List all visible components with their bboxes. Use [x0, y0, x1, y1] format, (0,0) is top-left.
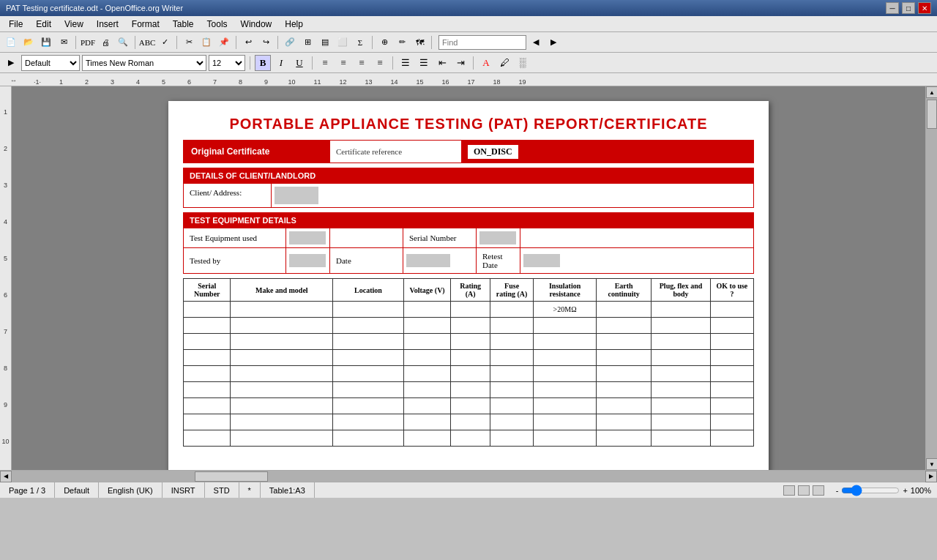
maximize-button[interactable]: □ — [902, 2, 915, 14]
th-insulation: Insulation resistance — [534, 279, 597, 302]
client-value-cell[interactable] — [272, 184, 754, 208]
find-next-button[interactable]: ▶ — [545, 34, 561, 51]
list-button[interactable]: ☰ — [397, 55, 414, 71]
view-book-icon[interactable] — [813, 485, 824, 496]
find-prev-button[interactable]: ◀ — [528, 34, 544, 51]
zoom-in-icon[interactable]: + — [903, 486, 907, 495]
table-row — [184, 350, 754, 366]
redo-button[interactable]: ↪ — [258, 34, 274, 51]
cell-rating[interactable] — [451, 302, 490, 318]
cell-plug[interactable] — [652, 302, 711, 318]
view-double-icon[interactable] — [798, 485, 810, 496]
char-bg-button[interactable]: ░ — [515, 55, 531, 71]
cell-location[interactable] — [333, 302, 404, 318]
copy-button[interactable]: 📋 — [198, 34, 214, 51]
date-input[interactable] — [403, 248, 477, 274]
cut-button[interactable]: ✂ — [181, 34, 197, 51]
serial-num-input[interactable] — [477, 228, 520, 248]
ruler: ↔ ·1· 1 2 3 4 5 6 7 8 9 10 11 12 13 14 1… — [0, 73, 937, 86]
menu-tools[interactable]: Tools — [201, 16, 234, 31]
menu-view[interactable]: View — [59, 16, 89, 31]
right-scrollbar[interactable]: ▲ ▼ — [925, 86, 937, 470]
email-button[interactable]: ✉ — [56, 34, 72, 51]
undo-button[interactable]: ↩ — [240, 34, 256, 51]
hyperlink-button[interactable]: 🔗 — [282, 34, 298, 51]
cell-make[interactable] — [231, 302, 333, 318]
draw-button[interactable]: ✏ — [394, 34, 410, 51]
cell-voltage[interactable] — [403, 302, 450, 318]
menu-table[interactable]: Table — [167, 16, 200, 31]
status-right: - + 100% — [777, 485, 937, 496]
indent-button[interactable]: ⇥ — [452, 55, 468, 71]
formula-button[interactable]: Σ — [352, 34, 368, 51]
close-button[interactable]: ✕ — [918, 2, 931, 14]
view-single-icon[interactable] — [783, 485, 795, 496]
tested-by-input[interactable] — [286, 248, 330, 274]
open-button[interactable]: 📂 — [20, 34, 37, 51]
cell-insulation[interactable]: >20MΩ — [534, 302, 597, 318]
table-button[interactable]: ⊞ — [299, 34, 316, 51]
client-input-box[interactable] — [275, 187, 318, 204]
h-scroll-right-button[interactable]: ▶ — [925, 471, 937, 482]
h-scroll-thumb[interactable] — [195, 471, 268, 482]
cell-fuse[interactable] — [490, 302, 534, 318]
fmt-sep2 — [312, 56, 313, 70]
navigator-button[interactable]: 🗺 — [411, 34, 428, 51]
test-equip-box[interactable] — [289, 231, 326, 244]
cell-ok[interactable] — [710, 302, 753, 318]
italic-button[interactable]: I — [273, 55, 289, 71]
menu-file[interactable]: File — [3, 16, 29, 31]
date-box[interactable] — [406, 254, 450, 267]
menu-edit[interactable]: Edit — [30, 16, 57, 31]
on-disc-value[interactable]: ON_DISC — [468, 145, 518, 159]
menu-help[interactable]: Help — [279, 16, 309, 31]
tested-by-box[interactable] — [289, 254, 326, 267]
cell-earth[interactable] — [597, 302, 652, 318]
minimize-button[interactable]: ─ — [886, 2, 899, 14]
pdf-button[interactable]: PDF — [80, 34, 96, 51]
main-area: 1 2 3 4 5 6 7 8 9 10 PORTABLE APPLIANCE … — [0, 86, 937, 470]
size-select[interactable]: 12 — [209, 55, 245, 71]
spellcheck-button[interactable]: ABC — [139, 34, 155, 51]
align-justify-button[interactable]: ≡ — [372, 55, 388, 71]
zoom-out-icon[interactable]: - — [836, 486, 839, 495]
new-button[interactable]: 📄 — [3, 34, 19, 51]
paste-button[interactable]: 📌 — [216, 34, 232, 51]
zoom-in-button[interactable]: ⊕ — [376, 34, 392, 51]
outdent-button[interactable]: ⇤ — [434, 55, 450, 71]
align-right-button[interactable]: ≡ — [354, 55, 370, 71]
font-color-button[interactable]: A — [478, 55, 494, 71]
h-scroll-left-button[interactable]: ◀ — [0, 471, 12, 482]
highlight-button[interactable]: 🖊 — [496, 55, 512, 71]
scroll-down-button[interactable]: ▼ — [926, 458, 937, 470]
page-count: Page 1 / 3 — [0, 482, 55, 498]
align-center-button[interactable]: ≡ — [335, 55, 351, 71]
autocorrect-button[interactable]: ✓ — [157, 34, 173, 51]
font-select[interactable]: Times New Roman — [82, 55, 206, 71]
table-row — [184, 366, 754, 382]
style-select[interactable]: Default — [21, 55, 80, 71]
align-left-button[interactable]: ≡ — [317, 55, 333, 71]
scroll-thumb[interactable] — [927, 100, 937, 129]
find-input[interactable] — [438, 35, 526, 50]
menu-format[interactable]: Format — [126, 16, 165, 31]
serial-num-box[interactable] — [479, 231, 516, 244]
field-button[interactable]: ⬜ — [335, 34, 351, 51]
num-list-button[interactable]: ☰ — [416, 55, 432, 71]
cell-serial[interactable] — [184, 302, 231, 318]
menu-insert[interactable]: Insert — [91, 16, 124, 31]
retest-date-box[interactable] — [523, 254, 560, 267]
save-button[interactable]: 💾 — [38, 34, 54, 51]
scroll-up-button[interactable]: ▲ — [926, 86, 937, 98]
insert-button[interactable]: ▤ — [317, 34, 333, 51]
underline-button[interactable]: U — [291, 55, 307, 71]
menu-window[interactable]: Window — [235, 16, 278, 31]
test-equip-input[interactable] — [286, 228, 330, 248]
bold-button[interactable]: B — [255, 55, 271, 71]
doc-area[interactable]: PORTABLE APPLIANCE TESTING (PAT) REPORT/… — [12, 86, 925, 470]
print-button[interactable]: 🖨 — [97, 34, 113, 51]
retest-date-input[interactable] — [520, 248, 754, 274]
retest-date-label: Retest Date — [477, 248, 520, 274]
print-preview-button[interactable]: 🔍 — [115, 34, 131, 51]
zoom-slider[interactable] — [841, 485, 900, 496]
